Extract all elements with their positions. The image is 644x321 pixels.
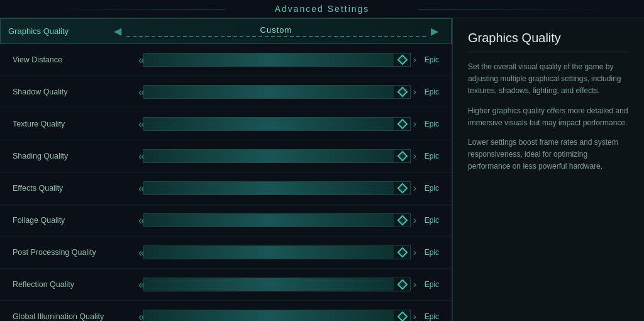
graphics-quality-label: Graphics Quality [8,26,109,36]
slider-track[interactable] [143,213,411,227]
setting-value: Epic [416,248,439,257]
setting-value: Epic [416,216,439,225]
slider-track[interactable] [143,245,411,259]
slider-diamond [397,151,408,162]
setting-value: Epic [416,280,439,289]
right-panel-desc-2: Higher graphics quality offers more deta… [468,105,629,129]
slider-diamond [397,215,408,226]
title-bar-label: Advanced Settings [275,4,370,14]
slider-wrap[interactable]: « › [138,278,416,291]
setting-label: Global Illumination Quality [13,312,138,321]
left-panel: Graphics Quality ◀ Custom ▶ View Distanc… [0,18,453,321]
right-panel-title: Graphics Quality [468,31,629,52]
setting-row: Shadow Quality « › Epic [0,76,452,108]
setting-label: Post Processing Quality [13,248,138,257]
slider-wrap[interactable]: « › [138,213,416,227]
slider-wrap[interactable]: « › [138,85,416,99]
slider-wrap[interactable]: « › [138,53,416,67]
title-bar: Advanced Settings [0,0,644,18]
gq-arrow-right[interactable]: ▶ [426,25,443,37]
slider-left-chevrons: « [138,246,142,259]
slider-wrap[interactable]: « › [138,245,416,259]
setting-label: Shadow Quality [13,87,138,96]
graphics-quality-header: Graphics Quality ◀ Custom ▶ [0,18,452,44]
slider-left-chevrons: « [138,182,142,195]
graphics-quality-selector: ◀ Custom ▶ [109,25,443,37]
slider-track[interactable] [143,117,411,131]
setting-row: Post Processing Quality « › Epic [0,237,452,269]
slider-fill [144,310,394,321]
setting-label: Texture Quality [13,120,138,128]
slider-track[interactable] [143,181,411,195]
slider-fill [144,278,394,291]
slider-wrap[interactable]: « › [138,117,416,131]
setting-row: Foliage Quality « › Epic [0,205,452,237]
setting-label: View Distance [13,55,138,64]
slider-wrap[interactable]: « › [138,181,416,195]
slider-fill [144,150,394,162]
setting-value: Epic [416,55,439,64]
slider-wrap[interactable]: « › [138,149,416,163]
slider-left-chevrons: « [138,54,142,67]
slider-track[interactable] [143,53,411,67]
main-layout: Graphics Quality ◀ Custom ▶ View Distanc… [0,18,644,321]
slider-track[interactable] [143,310,411,321]
slider-left-chevrons: « [138,278,142,291]
slider-diamond [397,183,408,194]
slider-diamond [397,279,408,290]
setting-row: Shading Quality « › Epic [0,140,452,172]
setting-row: Global Illumination Quality « › Epic [0,301,452,321]
setting-value: Epic [416,312,439,321]
setting-row: Texture Quality « › Epic [0,108,452,140]
right-panel: Graphics Quality Set the overall visual … [453,18,644,321]
right-panel-desc-1: Set the overall visual quality of the ga… [468,61,629,98]
slider-left-chevrons: « [138,214,142,227]
setting-value: Epic [416,87,439,96]
setting-label: Shading Quality [13,152,138,160]
slider-fill [144,54,394,66]
slider-track[interactable] [143,278,411,291]
setting-row: View Distance « › Epic [0,44,452,76]
slider-track[interactable] [143,149,411,163]
setting-value: Epic [416,152,439,160]
gq-arrow-left[interactable]: ◀ [109,25,126,37]
setting-label: Foliage Quality [13,216,138,225]
setting-label: Effects Quality [13,184,138,193]
slider-wrap[interactable]: « › [138,310,416,321]
settings-list: View Distance « › Epic Shadow Quality « … [0,44,452,321]
setting-row: Effects Quality « › Epic [0,172,452,205]
slider-left-chevrons: « [138,118,142,131]
slider-left-chevrons: « [138,310,142,322]
setting-value: Epic [416,120,439,128]
gq-value: Custom [126,25,426,37]
setting-value: Epic [416,184,439,193]
slider-fill [144,118,394,130]
setting-label: Reflection Quality [13,280,138,289]
slider-fill [144,214,394,227]
slider-diamond [397,119,408,130]
setting-row: Reflection Quality « › Epic [0,269,452,301]
slider-diamond [397,87,408,98]
right-panel-desc-3: Lower settings boost frame rates and sys… [468,137,629,173]
slider-fill [144,86,394,98]
slider-diamond [397,55,408,65]
slider-left-chevrons: « [138,150,142,163]
slider-fill [144,182,394,194]
slider-fill [144,246,394,259]
slider-diamond [397,312,408,321]
slider-diamond [397,247,408,258]
slider-left-chevrons: « [138,86,142,99]
slider-track[interactable] [143,85,411,99]
